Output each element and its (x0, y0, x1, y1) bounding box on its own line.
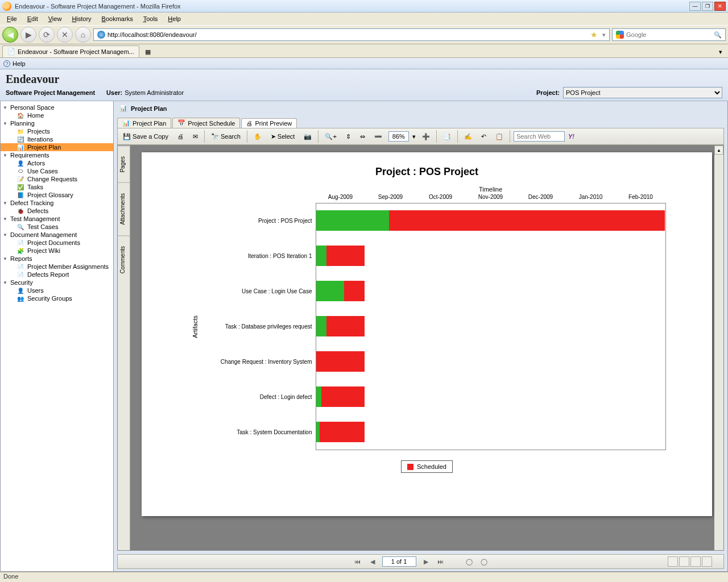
tree-item-actors[interactable]: 👤Actors (1, 159, 113, 167)
facing-view-button[interactable] (690, 556, 701, 567)
tree-category[interactable]: Security (1, 278, 113, 286)
zoom-in-button[interactable]: 🔍+ (322, 130, 339, 143)
close-button[interactable]: ✕ (714, 2, 726, 11)
search-pdf-button[interactable]: 🔭Search (208, 130, 243, 143)
print-button[interactable]: 🖨 (175, 130, 187, 143)
tree-item-project-plan[interactable]: 📊Project Plan (1, 143, 113, 151)
pdf-side-tab-attachments[interactable]: Attachments (118, 182, 130, 235)
menu-view[interactable]: View (44, 14, 67, 23)
prev-view-button[interactable]: ◯ (464, 556, 474, 567)
tree-category[interactable]: Personal Space (1, 103, 113, 111)
pdf-scrollbar[interactable]: ▲ (714, 146, 723, 550)
subtab-project-schedule[interactable]: 📅Project Schedule (172, 118, 240, 128)
maximize-button[interactable]: ❐ (702, 2, 713, 11)
snapshot-tool-button[interactable]: 📷 (301, 130, 315, 143)
tree-category[interactable]: Defect Tracking (1, 199, 113, 207)
stop-button[interactable]: ✕ (57, 27, 73, 43)
copy-button[interactable]: 📋 (493, 130, 506, 143)
hand-tool-button[interactable]: ✋ (251, 130, 264, 143)
tree-item-home[interactable]: 🏠Home (1, 111, 113, 119)
url-input[interactable] (107, 31, 588, 38)
tree-category[interactable]: Reports (1, 255, 113, 263)
x-tick: Sep-2009 (378, 194, 403, 200)
browser-search-box[interactable]: 🔍 (612, 28, 726, 41)
tree-item-defects[interactable]: 🐞Defects (1, 207, 113, 215)
first-page-button[interactable]: ⏮ (353, 556, 363, 567)
tree-item-projects[interactable]: 📁Projects (1, 127, 113, 135)
zoom-dropdown-icon[interactable]: ▾ (412, 133, 416, 140)
menu-edit[interactable]: Edit (23, 14, 43, 23)
continuous-view-button[interactable] (679, 556, 689, 567)
minimize-button[interactable]: — (689, 2, 701, 11)
page-indicator[interactable] (382, 556, 416, 567)
subtab-print-preview[interactable]: 🖨Print Preview (241, 118, 297, 128)
sign-button[interactable]: ✍ (461, 130, 475, 143)
gantt-chart: Project : POS Project Timeline Aug-2009S… (188, 166, 666, 473)
pdf-side-tab-comments[interactable]: Comments (118, 235, 130, 284)
tree-item-project-glossary[interactable]: 📘Project Glossary (1, 191, 113, 199)
tree-item-use-cases[interactable]: ⬭Use Cases (1, 167, 113, 175)
tree-category[interactable]: Planning (1, 119, 113, 127)
tree-category[interactable]: Requirements (1, 151, 113, 159)
home-button[interactable]: ⌂ (75, 27, 91, 43)
menu-tools[interactable]: Tools (139, 14, 163, 23)
email-button[interactable]: ✉ (190, 130, 201, 143)
tree-item-project-documents[interactable]: 📄Project Documents (1, 239, 113, 247)
tree-item-users[interactable]: 👤Users (1, 286, 113, 294)
search-icon[interactable]: 🔍 (714, 31, 722, 39)
bookmark-star-icon[interactable]: ★ (590, 30, 598, 39)
fit-page-button[interactable]: ⇕ (343, 130, 354, 143)
rotate-button[interactable]: 📑 (440, 130, 454, 143)
pdf-page-area[interactable]: Project : POS Project Timeline Aug-2009S… (130, 146, 723, 550)
tree-item-test-cases[interactable]: 🔍Test Cases (1, 223, 113, 231)
subtab-project-plan[interactable]: 📊Project Plan (117, 118, 171, 128)
tree-category[interactable]: Test Management (1, 215, 113, 223)
tree-item-defects-report[interactable]: 📄Defects Report (1, 271, 113, 278)
tree-item-project-wiki[interactable]: 🧩Project Wiki (1, 247, 113, 255)
tree-category[interactable]: Document Management (1, 231, 113, 239)
prev-page-button[interactable]: ◀ (367, 556, 378, 567)
tree-item-iterations[interactable]: 🔄Iterations (1, 135, 113, 143)
reload-button[interactable]: ⟳ (39, 27, 55, 43)
zoom-out-button[interactable]: ➖ (371, 130, 385, 143)
tree-item-project-member-assignments[interactable]: 📄Project Member Assignments (1, 263, 113, 271)
next-view-button[interactable]: ◯ (479, 556, 489, 567)
url-dropdown-icon[interactable]: ▾ (600, 31, 608, 39)
browser-search-input[interactable] (626, 31, 712, 38)
single-page-view-button[interactable] (668, 556, 678, 567)
new-tab-button[interactable]: ▦ (142, 47, 154, 57)
menu-history[interactable]: History (67, 14, 96, 23)
pdf-websearch-input[interactable] (514, 131, 565, 142)
tree-item-label: Project Wiki (27, 247, 60, 254)
menu-file[interactable]: File (2, 14, 22, 23)
user-value: System Administrator (125, 89, 184, 96)
next-page-button[interactable]: ▶ (421, 556, 431, 567)
pdf-footer: ⏮ ◀ ▶ ⏭ ◯ ◯ (117, 554, 724, 569)
forward-button[interactable]: ▶ (20, 27, 36, 43)
last-page-button[interactable]: ⏭ (436, 556, 446, 567)
help-link[interactable]: Help (13, 60, 26, 67)
chart-title: Project : POS Project (188, 166, 666, 178)
select-tool-button[interactable]: ➤Select (268, 130, 298, 143)
pdf-side-tab-pages[interactable]: Pages (118, 146, 130, 182)
tree-item-tasks[interactable]: ✅Tasks (1, 183, 113, 191)
back-button[interactable]: ◀ (2, 27, 18, 43)
browser-tab[interactable]: 📄 Endeavour - Software Project Managem..… (2, 45, 139, 57)
zoom-in-button-2[interactable]: ➕ (419, 130, 433, 143)
zoom-value[interactable]: 86% (388, 131, 409, 142)
save-copy-button[interactable]: 💾Save a Copy (120, 130, 171, 143)
url-bar[interactable]: ★ ▾ (93, 28, 610, 41)
tree-item-security-groups[interactable]: 👥Security Groups (1, 294, 113, 302)
tree-item-icon: 🔍 (16, 223, 24, 230)
undo-button[interactable]: ↶ (478, 130, 489, 143)
list-tabs-button[interactable]: ▾ (715, 47, 726, 57)
scroll-up-icon[interactable]: ▲ (714, 146, 723, 155)
tree-item-icon: 🧩 (16, 247, 24, 254)
menu-bookmarks[interactable]: Bookmarks (97, 14, 138, 23)
yahoo-icon[interactable]: Y! (568, 133, 574, 140)
continuous-facing-view-button[interactable] (702, 556, 712, 567)
project-select[interactable]: POS Project (563, 87, 722, 98)
tree-item-change-requests[interactable]: 📝Change Requests (1, 175, 113, 183)
menu-help[interactable]: Help (163, 14, 185, 23)
fit-width-button[interactable]: ⇔ (357, 130, 368, 143)
